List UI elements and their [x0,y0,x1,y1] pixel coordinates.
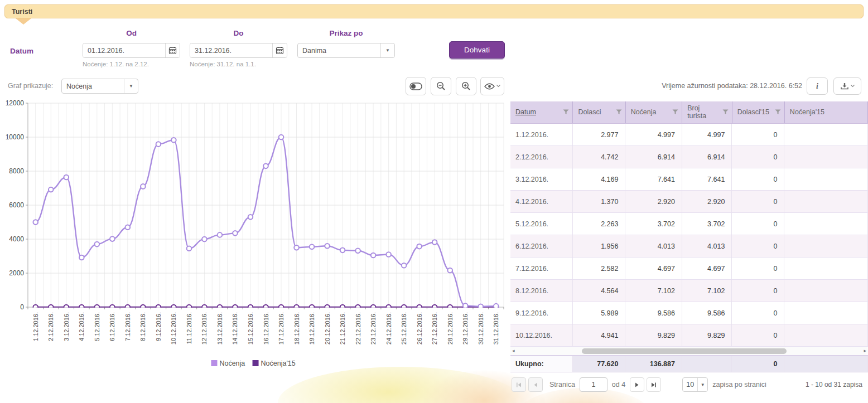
next-page-button[interactable] [630,377,644,392]
page-size-value: 10 [683,381,697,389]
svg-text:19.12.2016.: 19.12.2016. [308,312,315,344]
od-header: Od [83,29,180,37]
previous-page-button[interactable] [528,377,543,392]
cell-value: 1.956 [573,235,625,257]
cell-value [784,213,868,235]
date-from-group [83,43,180,58]
last-page-icon [651,382,657,387]
zoom-out-icon [436,81,446,91]
page-size-select[interactable]: 10 ▼ [682,377,708,392]
svg-text:16.12.2016.: 16.12.2016. [263,312,269,344]
cell-value: 6.914 [682,146,732,168]
table-row[interactable]: 7.12.2016.2.5824.6974.6970 [510,258,868,280]
column-header-broj-turista[interactable]: Broj turista [682,101,732,123]
svg-text:7.12.2016.: 7.12.2016. [124,312,131,341]
info-button[interactable]: i [807,77,828,95]
table-row[interactable]: 4.12.2016.1.3702.9202.9200 [510,191,868,213]
line-chart[interactable]: 0200040006000800010000120001.12.2016.2.1… [0,98,508,377]
svg-text:13.12.2016.: 13.12.2016. [216,312,223,344]
cell-value: 9.829 [682,324,732,346]
table-row[interactable]: 6.12.2016.1.9564.0134.0130 [510,235,868,258]
svg-text:0: 0 [20,303,24,311]
cell-date: 2.12.2016. [510,146,573,168]
tab-pointer [16,18,31,25]
cell-value: 4.697 [625,258,682,279]
date-from-input[interactable] [83,43,165,57]
svg-text:10000: 10000 [6,133,25,141]
column-header-nocenja[interactable]: Noćenja [626,101,682,123]
table-row[interactable]: 3.12.2016.4.1697.6417.6410 [510,168,868,191]
cell-value: 0 [732,280,784,302]
totals-dolasci: 77.620 [573,356,625,372]
column-header-nocenja15[interactable]: Noćenja'15 [785,101,868,123]
cell-value: 2.977 [573,124,625,145]
svg-text:6.12.2016.: 6.12.2016. [109,312,115,341]
cell-value: 6.914 [625,146,682,168]
cell-value: 2.920 [625,191,682,212]
scroll-left-icon[interactable]: ◂ [512,348,515,353]
tab-turisti[interactable]: Turisti [4,4,864,18]
svg-text:17.12.2016.: 17.12.2016. [278,312,284,344]
svg-text:30.12.2016.: 30.12.2016. [478,312,484,344]
zoom-out-button[interactable] [431,77,451,95]
graf-prikazuje-select[interactable]: Noćenja ▼ [61,79,138,94]
cell-value [784,168,868,190]
page-number-input[interactable] [580,377,607,392]
toggle-series-button[interactable] [406,77,426,95]
svg-text:31.12.2016.: 31.12.2016. [493,312,499,344]
cell-value: 0 [732,258,784,279]
filter-icon[interactable] [616,109,622,115]
cell-date: 7.12.2016. [510,258,573,279]
cell-date: 6.12.2016. [510,235,573,257]
page-count-label: od 4 [612,381,625,389]
svg-text:3.12.2016.: 3.12.2016. [63,312,70,341]
first-page-button[interactable] [512,377,526,392]
horizontal-scrollbar[interactable]: ◂ ▸ [510,347,868,356]
totals-row: Ukupno: 77.620 136.887 0 [510,356,868,372]
table-row[interactable]: 5.12.2016.2.2633.7023.7020 [510,213,868,235]
column-label: Noćenja'15 [790,109,824,116]
date-from-hint: Noćenje: 1.12. na 2.12. [83,61,149,67]
chevron-down-icon: ▼ [124,79,138,93]
cell-date: 4.12.2016. [510,191,573,212]
column-header-dolasci[interactable]: Dolasci [573,101,625,123]
prikaz-po-header: Prikaz po [297,29,395,37]
cell-value: 0 [732,146,784,168]
dohvati-button[interactable]: Dohvati [449,41,505,59]
svg-text:11.12.2016.: 11.12.2016. [186,312,192,344]
cell-value: 7.641 [682,168,732,190]
totals-label: Ukupno: [510,356,573,372]
graf-prikazuje-label: Graf prikazuje: [8,82,53,90]
filter-icon[interactable] [775,109,781,115]
export-button[interactable] [833,77,861,95]
scrollbar-thumb[interactable] [582,348,787,354]
column-header-datum[interactable]: Datum [510,101,573,123]
prikaz-po-select[interactable]: Danima ▼ [297,43,395,58]
totals-dolasci15: 0 [732,356,784,372]
table-row[interactable]: 8.12.2016.4.5647.1027.1020 [510,280,868,302]
table-row[interactable]: 10.12.2016.4.9419.8299.8290 [510,324,868,347]
svg-text:8000: 8000 [9,167,24,175]
cell-value [784,191,868,212]
last-page-button[interactable] [647,377,661,392]
cell-value [784,302,868,324]
cell-value: 0 [732,302,784,324]
filter-icon[interactable] [672,109,678,115]
totals-nocenja15 [784,356,868,372]
filter-icon[interactable] [563,109,569,115]
column-header-dolasci15[interactable]: Dolasci'15 [732,101,785,123]
calendar-icon[interactable] [272,43,287,57]
zoom-in-button[interactable] [456,77,476,95]
date-to-hint: Noćenje: 31.12. na 1.1. [190,61,256,67]
calendar-icon[interactable] [165,43,180,57]
visibility-menu-button[interactable] [480,77,504,95]
cell-value: 4.941 [573,324,625,346]
cell-value: 4.013 [625,235,682,257]
datum-label: Datum [10,47,33,55]
date-to-input[interactable] [190,43,272,57]
table-row[interactable]: 1.12.2016.2.9774.9974.9970 [510,124,868,146]
scroll-right-icon[interactable]: ▸ [864,348,866,353]
table-row[interactable]: 2.12.2016.4.7426.9146.9140 [510,146,868,168]
table-row[interactable]: 9.12.2016.5.9899.5869.5860 [510,302,868,324]
filter-icon[interactable] [722,109,729,115]
